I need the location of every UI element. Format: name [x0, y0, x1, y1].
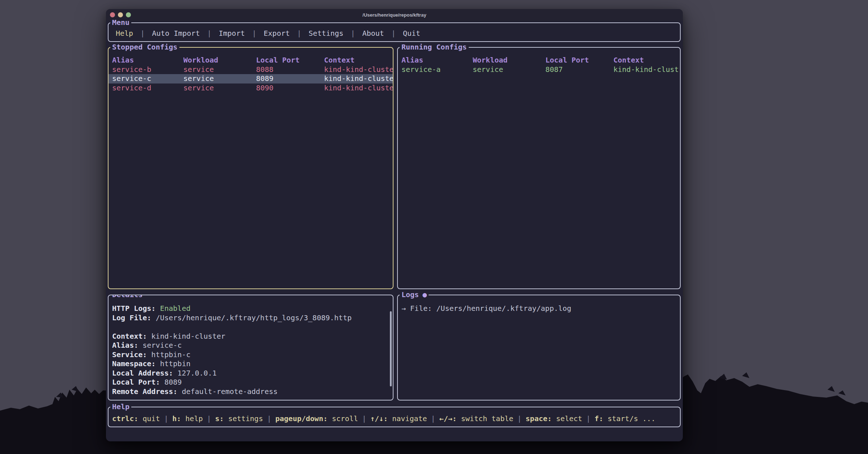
- cell-workload: service: [473, 65, 545, 74]
- cell-workload: service: [183, 74, 256, 83]
- help-key: ←/→:: [439, 414, 457, 423]
- window-title: /Users/henrique/repos/kftray: [362, 12, 426, 18]
- help-key: s:: [215, 414, 224, 423]
- logs-panel-title: Logs●: [400, 290, 429, 299]
- running-table-header: Alias Workload Local Port Context: [398, 56, 680, 65]
- menu-separator: |: [297, 29, 301, 38]
- help-desc: switch table: [461, 414, 514, 423]
- detail-value: /Users/henrique/.kftray/http_logs/3_8089…: [156, 313, 352, 322]
- detail-line: HTTP Logs:Enabled: [112, 304, 388, 313]
- menu-separator: |: [140, 29, 145, 38]
- detail-label: HTTP Logs:: [112, 304, 156, 313]
- terminal-window: /Users/henrique/repos/kftray Menu Help|A…: [106, 9, 683, 441]
- menu-item-import[interactable]: Import: [219, 29, 245, 38]
- help-separator: |: [517, 414, 522, 423]
- detail-value: 8089: [164, 378, 182, 386]
- cell-local-port: 8090: [256, 83, 324, 93]
- help-desc: settings: [228, 414, 263, 423]
- table-row-selected[interactable]: service-c service 8089 kind-kind-cluste: [109, 74, 393, 83]
- running-configs-table: Alias Workload Local Port Context servic…: [398, 48, 680, 288]
- cell-workload: service: [183, 83, 256, 93]
- header-alias: Alias: [112, 56, 183, 65]
- cell-alias: service-b: [112, 65, 183, 74]
- menu-item-about[interactable]: About: [362, 29, 384, 38]
- cell-alias: service-d: [112, 83, 183, 93]
- header-context: Context: [613, 56, 680, 65]
- close-button[interactable]: [110, 12, 115, 17]
- detail-label: Namespace:: [112, 359, 156, 368]
- details-scrollbar[interactable]: [390, 311, 392, 386]
- header-context: Context: [324, 56, 393, 65]
- help-key: ↑/↓:: [370, 414, 388, 423]
- table-row[interactable]: service-b service 8088 kind-kind-cluste: [109, 65, 393, 74]
- detail-label: Context:: [112, 332, 147, 340]
- detail-label: Local Port:: [112, 378, 160, 386]
- menu-separator: |: [252, 29, 256, 38]
- table-row[interactable]: service-a service 8087 kind-kind-clust: [398, 65, 680, 74]
- logs-title-text: Logs: [401, 290, 419, 299]
- detail-line: Service:httpbin-c: [112, 350, 388, 360]
- details-body: HTTP Logs:Enabled Log File:/Users/henriq…: [109, 295, 393, 396]
- help-key: h:: [172, 414, 181, 423]
- detail-value: default-remote-address: [182, 387, 278, 396]
- help-panel-title: Help: [110, 402, 131, 411]
- cell-local-port: 8087: [545, 65, 613, 74]
- menu-separator: |: [391, 29, 396, 38]
- window-titlebar[interactable]: /Users/henrique/repos/kftray: [106, 9, 683, 21]
- traffic-lights: [110, 12, 131, 17]
- menu-panel: Menu Help|Auto Import|Import|Export|Sett…: [108, 22, 681, 42]
- logs-panel: Logs● → File: /Users/henrique/.kftray/ap…: [397, 295, 681, 401]
- menu-bar: Help|Auto Import|Import|Export|Settings|…: [109, 23, 680, 38]
- detail-line: Log File:/Users/henrique/.kftray/http_lo…: [112, 313, 388, 323]
- help-desc: quit: [142, 414, 160, 423]
- detail-line-blank: [112, 322, 388, 332]
- logs-body: → File: /Users/henrique/.kftray/app.log: [398, 295, 680, 313]
- help-desc: start/s ...: [608, 414, 655, 423]
- details-panel: Details HTTP Logs:Enabled Log File:/User…: [108, 295, 393, 401]
- cell-alias: service-c: [112, 74, 183, 83]
- help-panel: Help ctrlc:quit|h:help|s:settings|pageup…: [108, 407, 681, 427]
- header-local-port: Local Port: [545, 56, 613, 65]
- detail-value: service-c: [142, 341, 182, 350]
- cell-context: kind-kind-clust: [613, 65, 680, 74]
- menu-item-auto-import[interactable]: Auto Import: [152, 29, 200, 38]
- stopped-configs-table: Alias Workload Local Port Context servic…: [109, 48, 393, 288]
- help-desc: navigate: [392, 414, 427, 423]
- menu-separator: |: [351, 29, 355, 38]
- stopped-configs-title: Stopped Configs: [110, 42, 179, 52]
- help-desc: help: [186, 414, 203, 423]
- detail-value: httpbin: [160, 359, 190, 368]
- help-separator: |: [164, 414, 168, 423]
- help-separator: |: [207, 414, 211, 423]
- menu-item-help[interactable]: Help: [116, 29, 133, 38]
- menu-item-settings[interactable]: Settings: [309, 29, 343, 38]
- help-key: ctrlc:: [112, 414, 138, 423]
- maximize-button[interactable]: [126, 12, 131, 17]
- logs-activity-dot: ●: [422, 290, 427, 299]
- menu-item-export[interactable]: Export: [264, 29, 290, 38]
- detail-line: Alias:service-c: [112, 341, 388, 350]
- header-workload: Workload: [183, 56, 256, 65]
- help-desc: select: [556, 414, 582, 423]
- help-key: pageup/down:: [275, 414, 328, 423]
- table-row[interactable]: service-d service 8090 kind-kind-cluste: [109, 83, 393, 93]
- menu-panel-title: Menu: [110, 18, 131, 27]
- cell-alias: service-a: [401, 65, 473, 74]
- detail-value: kind-kind-cluster: [151, 332, 225, 340]
- detail-label: Service:: [112, 350, 147, 359]
- header-workload: Workload: [473, 56, 545, 65]
- detail-value: httpbin-c: [151, 350, 190, 359]
- detail-label: Remote Address:: [112, 387, 178, 396]
- minimize-button[interactable]: [118, 12, 123, 17]
- cell-local-port: 8089: [256, 74, 324, 83]
- detail-value: Enabled: [160, 304, 190, 313]
- detail-line: Context:kind-kind-cluster: [112, 332, 388, 341]
- running-configs-title: Running Configs: [400, 42, 469, 52]
- menu-separator: |: [207, 29, 212, 38]
- help-bar: ctrlc:quit|h:help|s:settings|pageup/down…: [109, 407, 680, 423]
- cell-context: kind-kind-cluste: [324, 65, 393, 74]
- log-line: → File: /Users/henrique/.kftray/app.log: [401, 304, 675, 313]
- menu-item-quit[interactable]: Quit: [403, 29, 420, 38]
- terminal-content: Menu Help|Auto Import|Import|Export|Sett…: [106, 21, 683, 441]
- detail-label: Log File:: [112, 313, 151, 322]
